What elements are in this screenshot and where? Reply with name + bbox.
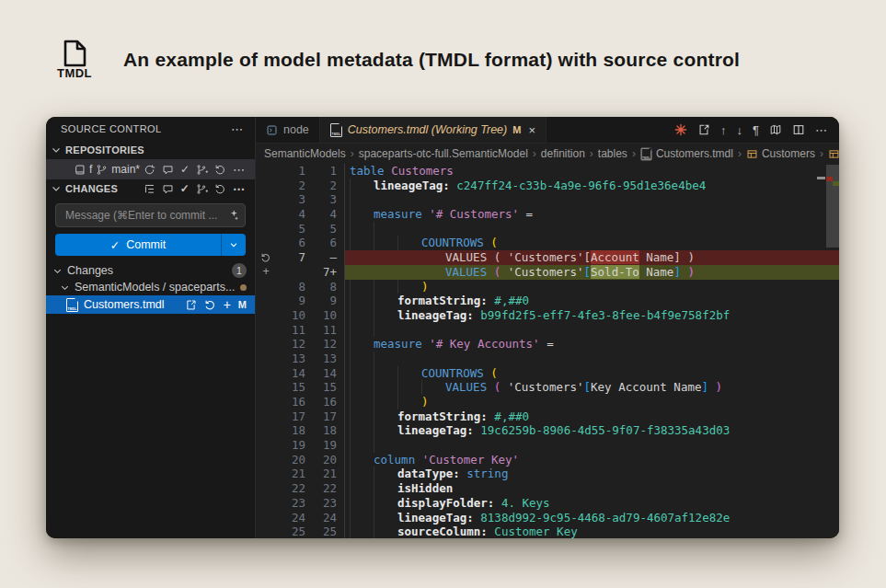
line-number-modified: 22 <box>309 481 344 496</box>
breadcrumb-item[interactable]: tables <box>598 147 627 160</box>
commit-button[interactable]: ✓ Commit <box>55 234 246 256</box>
code-line: 1616) <box>256 395 839 409</box>
view-as-tree-icon[interactable] <box>144 183 155 195</box>
line-number-original: 21 <box>276 467 309 481</box>
breadcrumb-item-table[interactable]: Customers <box>746 147 815 160</box>
more-actions-icon[interactable]: ⋯ <box>815 123 828 137</box>
modified-badge: M <box>238 299 247 310</box>
commit-dropdown[interactable] <box>221 234 246 256</box>
branch-create-icon[interactable] <box>196 183 208 195</box>
line-number-modified: 6 <box>309 236 344 250</box>
discard-icon[interactable] <box>204 299 216 311</box>
line-number-modified: 11 <box>309 323 344 338</box>
revert-block-icon[interactable] <box>256 250 276 265</box>
diff-code-editor[interactable]: 11table Customers22lineageTag: c247ff24-… <box>256 164 839 538</box>
editor-area: node TMDL Customers.tmdl (Working Tree) … <box>256 117 839 538</box>
code-line: 1010lineageTag: b99fd2f5-eff7-4fe3-8fee-… <box>256 308 839 323</box>
breadcrumb-item[interactable]: SemanticModels <box>264 147 346 160</box>
file-icon <box>266 124 278 136</box>
file-tree-item-selected[interactable]: TMDL Customers.tmdl + M <box>46 295 255 314</box>
folder-tree-item[interactable]: SemanticModels / spaceparts... <box>46 279 255 295</box>
code-line: 1313 <box>256 352 839 366</box>
discard-icon[interactable] <box>214 164 226 176</box>
close-icon[interactable]: × <box>528 123 535 137</box>
sparkle-icon[interactable] <box>226 209 239 222</box>
line-number-original: 5 <box>276 222 309 236</box>
code-line: 1212measure '# Key Accounts' = <box>256 337 839 352</box>
glyph-margin <box>256 164 276 179</box>
commit-button-label: Commit <box>126 238 166 251</box>
tab-node-label: node <box>283 123 309 136</box>
previous-change-icon[interactable]: ↑ <box>720 124 727 136</box>
code-content: isHidden <box>344 481 839 496</box>
commit-check-icon[interactable]: ✓ <box>180 182 190 195</box>
branch-create-icon[interactable] <box>196 164 208 176</box>
page: TMDL An example of model metadata (TMDL … <box>0 0 886 588</box>
line-number-original: 13 <box>276 352 309 366</box>
code-line: 1111 <box>256 323 839 338</box>
breadcrumb-item-symbol[interactable] <box>828 148 839 160</box>
repositories-label: REPOSITORIES <box>65 144 144 156</box>
code-content: column 'Customer Key' <box>344 453 839 467</box>
section-changes[interactable]: CHANGES ✓ ⋯ <box>46 179 255 198</box>
commit-check-icon[interactable]: ✓ <box>180 163 190 176</box>
changes-tree-item[interactable]: Changes 1 <box>46 262 255 279</box>
more-actions-icon[interactable]: ⋯ <box>231 122 244 136</box>
breadcrumb-item-file[interactable]: TMDL Customers.tmdl <box>640 147 733 161</box>
modified-dot <box>240 284 247 291</box>
section-repositories[interactable]: REPOSITORIES <box>46 141 255 159</box>
repo-icon <box>74 164 86 176</box>
discard-icon[interactable] <box>214 183 226 195</box>
open-changes-icon[interactable] <box>697 123 710 136</box>
glyph-margin <box>256 337 276 352</box>
code-line: 2424lineageTag: 8138d992-9c95-4468-ad79-… <box>256 511 839 525</box>
line-number-original: 7 <box>276 250 309 265</box>
glyph-margin <box>256 467 276 481</box>
sync-icon[interactable] <box>144 164 155 176</box>
comment-icon[interactable] <box>162 183 174 195</box>
whitespace-pilcrow-icon[interactable]: ¶ <box>753 124 759 136</box>
line-number-original: 6 <box>276 236 309 250</box>
line-number-modified: 1 <box>309 164 344 179</box>
comment-icon[interactable] <box>162 164 174 176</box>
glyph-margin <box>256 453 276 467</box>
breadcrumb-item[interactable]: spaceparts-otc-full.SemanticModel <box>359 147 528 160</box>
tab-customers-tmdl[interactable]: TMDL Customers.tmdl (Working Tree) M × <box>320 117 547 143</box>
file-item-label: Customers.tmdl <box>84 298 165 311</box>
code-line: 1414COUNTROWS ( <box>256 366 839 381</box>
glyph-margin <box>256 323 276 338</box>
glyph-margin <box>256 222 276 236</box>
map-outline-icon[interactable] <box>769 123 782 136</box>
tmdl-logo-label: TMDL <box>57 66 92 80</box>
repo-name: f <box>89 163 92 176</box>
code-line: 2020column 'Customer Key' <box>256 453 839 467</box>
stage-block-icon[interactable]: + <box>256 265 276 280</box>
commit-message-input[interactable] <box>63 208 226 223</box>
repository-row[interactable]: f main* ✓ <box>46 159 255 179</box>
next-change-icon[interactable]: ↓ <box>737 124 743 136</box>
line-number-modified: 21 <box>309 467 344 481</box>
source-control-sidebar: SOURCE CONTROL ⋯ REPOSITORIES f main* <box>46 117 256 538</box>
overview-deleted-mark <box>826 177 833 181</box>
line-number-modified: 4 <box>309 207 344 222</box>
code-line: 1818lineageTag: 19c6259b-8906-4d55-9f07-… <box>256 423 839 438</box>
stage-plus-icon[interactable]: + <box>224 298 231 311</box>
line-number-original: 18 <box>276 423 309 438</box>
code-content: lineageTag: c247ff24-c33b-4a9e-96f6-95d1… <box>344 179 839 193</box>
chevron-down-icon <box>50 144 63 156</box>
code-content: VALUES ( 'Customers'[Key Account Name] ) <box>344 380 839 395</box>
extension-starburst-icon[interactable] <box>674 123 687 136</box>
tab-bar: node TMDL Customers.tmdl (Working Tree) … <box>256 117 839 144</box>
open-file-icon[interactable] <box>185 299 197 311</box>
more-actions-icon[interactable]: ⋯ <box>233 182 246 196</box>
tmdl-document-icon <box>59 39 90 68</box>
repo-actions: ✓ ⋯ <box>144 163 246 177</box>
commit-message-box <box>55 203 246 227</box>
breadcrumb-item[interactable]: definition <box>541 147 585 160</box>
more-actions-icon[interactable]: ⋯ <box>233 163 246 177</box>
line-number-modified: 7+ <box>309 265 344 280</box>
split-editor-icon[interactable] <box>792 123 805 136</box>
tab-node[interactable]: node <box>256 117 320 143</box>
commit-button-main[interactable]: ✓ Commit <box>55 234 221 256</box>
code-line: 2525sourceColumn: Customer Key <box>256 525 839 538</box>
